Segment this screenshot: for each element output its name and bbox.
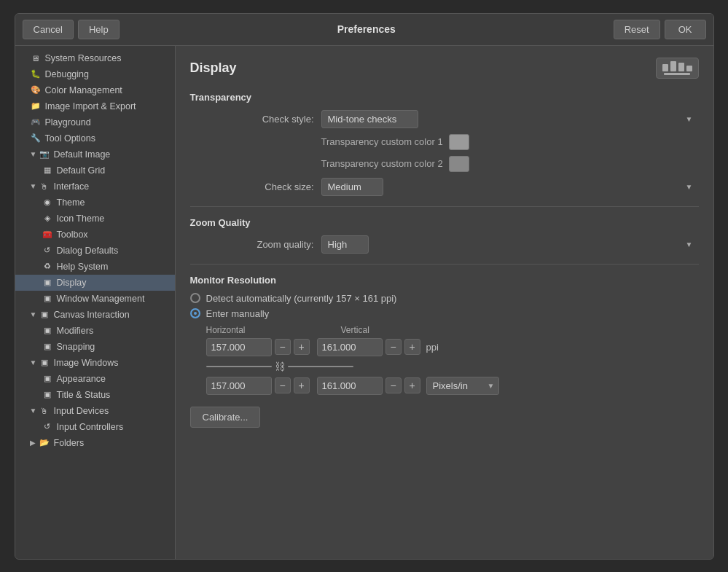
input-devices-arrow: ▼ xyxy=(30,407,37,415)
sidebar-item-theme[interactable]: ◉ Theme xyxy=(15,195,175,211)
reset-button[interactable]: Reset xyxy=(614,20,660,39)
sidebar-item-debugging[interactable]: 🐛 Debugging xyxy=(15,66,175,82)
titlebar-right-buttons: Reset OK xyxy=(614,20,706,39)
zoom-quality-select-wrapper: High xyxy=(321,235,699,254)
sidebar-item-input-controllers[interactable]: ↺ Input Controllers xyxy=(15,419,175,435)
check-style-row: Check style: Mid-tone checks xyxy=(190,110,699,128)
zoom-quality-label: Zoom quality: xyxy=(190,239,321,250)
default-image-arrow: ▼ xyxy=(30,150,37,158)
ppi-label: ppi xyxy=(426,342,439,353)
check-size-select[interactable]: Medium xyxy=(321,178,383,196)
sidebar-item-snapping[interactable]: ▣ Snapping xyxy=(15,339,175,355)
res-link-row: ⛓ xyxy=(206,361,699,372)
h-plus-btn-1[interactable]: + xyxy=(294,339,310,355)
v-minus-btn-1[interactable]: − xyxy=(385,339,402,355)
check-style-select[interactable]: Mid-tone checks xyxy=(321,110,418,128)
sidebar-item-tool-options[interactable]: 🔧 Tool Options xyxy=(15,130,175,146)
horizontal-input-2[interactable] xyxy=(206,377,272,395)
h-minus-btn-2[interactable]: − xyxy=(275,377,291,393)
enter-manually-label: Enter manually xyxy=(206,308,270,319)
display-panel-icon xyxy=(656,58,699,79)
bar1 xyxy=(662,64,668,71)
zoom-quality-select[interactable]: High xyxy=(321,235,369,254)
vertical-input-1[interactable] xyxy=(317,338,383,356)
link-line-right xyxy=(288,366,353,367)
pixels-unit-wrapper: Pixels/in Pixels/mm Pixels/cm xyxy=(426,377,499,395)
custom-color-2-label: Transparency custom color 2 xyxy=(321,158,443,169)
sidebar-item-playground[interactable]: 🎮 Playground xyxy=(15,114,175,130)
vertical-input-2[interactable] xyxy=(317,377,383,395)
sidebar-item-help-system[interactable]: ♻ Help System xyxy=(15,259,175,275)
toolbox-icon: 🧰 xyxy=(42,229,53,240)
divider-2 xyxy=(190,264,699,265)
check-size-label: Check size: xyxy=(190,181,321,192)
custom-color-2-swatch[interactable] xyxy=(449,156,469,172)
sidebar-item-appearance[interactable]: ▣ Appearance xyxy=(15,371,175,387)
title-status-icon: ▣ xyxy=(42,389,53,401)
sidebar-item-modifiers[interactable]: ▣ Modifiers xyxy=(15,323,175,339)
default-image-icon: 📷 xyxy=(39,149,50,160)
bar4 xyxy=(686,66,692,71)
sidebar-item-toolbox[interactable]: 🧰 Toolbox xyxy=(15,227,175,243)
sidebar-item-dialog-defaults[interactable]: ↺ Dialog Defaults xyxy=(15,243,175,259)
ok-button[interactable]: OK xyxy=(665,20,706,39)
vertical-header: Vertical xyxy=(341,325,476,335)
modifiers-icon: ▣ xyxy=(42,325,53,337)
sidebar-item-icon-theme[interactable]: ◈ Icon Theme xyxy=(15,211,175,227)
sidebar-item-interface[interactable]: ▼ 🖱 Interface xyxy=(15,179,175,195)
icon-underline xyxy=(664,73,690,75)
sidebar-item-system-resources[interactable]: 🖥 System Resources xyxy=(15,50,175,66)
check-size-select-wrapper: Medium xyxy=(321,178,699,196)
window-management-icon: ▣ xyxy=(42,293,53,305)
transparency-section-title: Transparency xyxy=(190,92,699,103)
sidebar-item-input-devices[interactable]: ▼ 🖱 Input Devices xyxy=(15,403,175,419)
pixels-unit-select[interactable]: Pixels/in Pixels/mm Pixels/cm xyxy=(426,377,499,395)
sidebar-item-image-import-export[interactable]: 📁 Image Import & Export xyxy=(15,98,175,114)
debugging-icon: 🐛 xyxy=(30,68,42,80)
v-plus-btn-1[interactable]: + xyxy=(404,339,420,355)
sidebar-item-image-windows[interactable]: ▼ ▣ Image Windows xyxy=(15,355,175,371)
folders-arrow: ▶ xyxy=(30,439,37,447)
sidebar-item-title-status[interactable]: ▣ Title & Status xyxy=(15,387,175,403)
main-content: 🖥 System Resources 🐛 Debugging 🎨 Color M… xyxy=(15,46,713,559)
resolution-grid: Horizontal Vertical − + − + ppi ⛓ xyxy=(206,325,699,395)
h-plus-btn-2[interactable]: + xyxy=(294,377,310,393)
sidebar: 🖥 System Resources 🐛 Debugging 🎨 Color M… xyxy=(15,46,176,559)
sidebar-item-default-grid[interactable]: ▦ Default Grid xyxy=(15,162,175,179)
theme-icon: ◉ xyxy=(42,197,53,208)
detect-auto-label: Detect automatically (currently 157 × 16… xyxy=(206,293,397,304)
sidebar-item-canvas-interaction[interactable]: ▼ ▣ Canvas Interaction xyxy=(15,307,175,323)
enter-manually-radio[interactable] xyxy=(190,308,200,318)
h-minus-btn-1[interactable]: − xyxy=(275,339,291,355)
sidebar-item-default-image[interactable]: ▼ 📷 Default Image xyxy=(15,146,175,162)
custom-color-1-swatch[interactable] xyxy=(449,134,469,150)
input-devices-icon: 🖱 xyxy=(39,405,50,417)
interface-arrow: ▼ xyxy=(30,182,37,190)
interface-icon: 🖱 xyxy=(39,181,50,192)
sidebar-item-display[interactable]: ▣ Display xyxy=(15,275,175,291)
snapping-icon: ▣ xyxy=(42,341,53,353)
canvas-interaction-icon: ▣ xyxy=(39,309,50,321)
v-minus-btn-2[interactable]: − xyxy=(385,377,402,393)
sidebar-item-color-management[interactable]: 🎨 Color Management xyxy=(15,82,175,98)
cancel-button[interactable]: Cancel xyxy=(23,20,74,39)
link-icon: ⛓ xyxy=(275,361,285,372)
detail-panel: Display Transparency Che xyxy=(176,46,713,559)
calibrate-button[interactable]: Calibrate... xyxy=(190,407,261,428)
res-row-2: − + − + Pixels/in Pixels/mm Pixels/cm xyxy=(206,377,699,395)
custom-color-1-label: Transparency custom color 1 xyxy=(321,136,443,147)
image-import-export-icon: 📁 xyxy=(30,101,42,112)
horizontal-input-1[interactable] xyxy=(206,338,272,356)
help-button[interactable]: Help xyxy=(78,20,120,39)
sidebar-item-window-management[interactable]: ▣ Window Management xyxy=(15,291,175,307)
display-icon: ▣ xyxy=(42,277,53,289)
v-plus-btn-2[interactable]: + xyxy=(404,377,420,393)
sidebar-item-folders[interactable]: ▶ 📂 Folders xyxy=(15,435,175,451)
link-line-left xyxy=(206,366,272,367)
bar3 xyxy=(678,63,684,71)
preferences-window: Cancel Help Preferences Reset OK 🖥 Syste… xyxy=(15,13,714,560)
detect-auto-radio[interactable] xyxy=(190,293,200,303)
divider-1 xyxy=(190,206,699,207)
input-controllers-icon: ↺ xyxy=(42,421,53,433)
playground-icon: 🎮 xyxy=(30,117,42,128)
